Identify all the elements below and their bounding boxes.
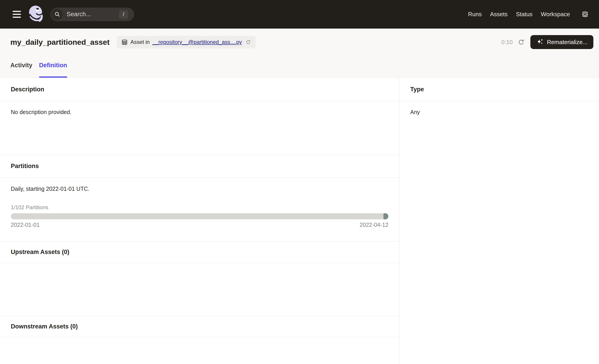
partition-count-label: 1/102 Partitions <box>11 204 388 211</box>
description-section-heading: Description <box>0 78 399 101</box>
nav-item-assets[interactable]: Assets <box>490 11 508 18</box>
repository-grid-icon <box>121 39 128 45</box>
asset-tabs: Activity Definition <box>10 61 67 78</box>
menu-icon[interactable] <box>13 11 21 18</box>
upstream-assets-body <box>0 263 399 316</box>
top-navigation-bar: / Runs Assets Status Workspace <box>0 0 599 29</box>
definition-main-column: Description No description provided. Par… <box>0 78 399 364</box>
type-value: Any <box>399 101 599 115</box>
tab-definition[interactable]: Definition <box>39 61 67 78</box>
sparkles-icon <box>536 38 544 46</box>
type-section-heading: Type <box>399 78 599 101</box>
refresh-countdown-timer: 0:10 <box>501 39 513 46</box>
asset-page-header: my_daily_partitioned_asset Asset in __re… <box>0 29 599 78</box>
partition-health-bar[interactable] <box>11 213 388 219</box>
upstream-assets-heading: Upstream Assets (0) <box>0 241 399 263</box>
partition-schedule-text: Daily, starting 2022-01-01 UTC. <box>11 186 388 192</box>
page-title: my_daily_partitioned_asset <box>10 38 110 47</box>
gear-icon[interactable] <box>581 11 589 18</box>
rematerialize-button-label: Rematerialize... <box>547 39 588 46</box>
asset-in-label: Asset in <box>131 39 150 45</box>
nav-item-status[interactable]: Status <box>516 11 533 18</box>
definition-side-column: Type Any <box>399 78 599 364</box>
rematerialize-button[interactable]: Rematerialize... <box>530 35 593 49</box>
description-body: No description provided. <box>0 101 399 155</box>
tab-activity[interactable]: Activity <box>10 61 32 78</box>
asset-location-pill: Asset in __repository__@partitioned_ass.… <box>117 36 256 48</box>
nav-item-runs[interactable]: Runs <box>468 11 482 18</box>
partition-end-date: 2022-04-12 <box>360 222 388 228</box>
top-nav-links: Runs Assets Status Workspace <box>468 11 570 18</box>
search-bar[interactable]: / <box>50 8 134 21</box>
partitions-body: Daily, starting 2022-01-01 UTC. 1/102 Pa… <box>0 177 399 241</box>
search-icon <box>52 9 63 20</box>
partitions-section-heading: Partitions <box>0 155 399 177</box>
partition-health-bar-fill <box>383 213 388 219</box>
downstream-assets-heading: Downstream Assets (0) <box>0 316 399 337</box>
slash-shortcut-badge: / <box>119 10 128 18</box>
downstream-assets-body <box>0 337 399 364</box>
dagster-logo[interactable] <box>27 4 44 25</box>
nav-item-workspace[interactable]: Workspace <box>541 11 570 18</box>
reload-repository-icon[interactable] <box>246 39 251 45</box>
refresh-icon[interactable] <box>518 38 525 46</box>
repository-link[interactable]: __repository__@partitioned_ass....py <box>152 39 242 45</box>
partition-start-date: 2022-01-01 <box>11 222 40 228</box>
